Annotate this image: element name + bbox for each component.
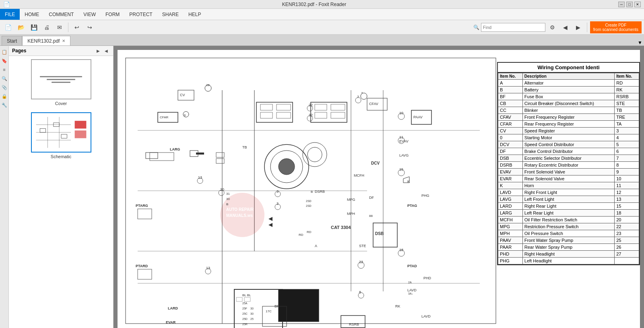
menu-protect[interactable]: PROTECT — [124, 9, 157, 20]
tab-start[interactable]: Start — [2, 36, 22, 45]
sidebar-icon-attach[interactable]: 📎 — [0, 83, 8, 91]
page-thumbnail-schematic[interactable]: Schematic — [31, 112, 91, 159]
table-row: PAAV Front Water Spray Pump 25 — [498, 237, 639, 244]
sidebar-icon-wrench[interactable]: 🔧 — [0, 101, 8, 109]
cell-item2: 8 — [615, 162, 639, 169]
svg-text:30: 30 — [250, 307, 254, 310]
svg-text:25C: 25C — [242, 312, 248, 315]
cover-line-2 — [47, 79, 75, 80]
cell-description: Left Headlight — [522, 258, 614, 264]
table-row: LARG Left Rear Light 18 — [498, 210, 639, 217]
search-input[interactable] — [481, 23, 545, 32]
save-button[interactable]: 💾 — [28, 22, 39, 33]
svg-text:RSRB: RSRB — [349, 322, 359, 326]
table-header-row: Item No. Description Item No. — [498, 73, 639, 80]
sidebar-expand-button[interactable]: ▶ — [95, 47, 102, 54]
cell-description: Restriction Pressure Switch — [522, 223, 614, 230]
create-pdf-button[interactable]: Create PDFfrom scanned documents — [590, 21, 642, 33]
col-description: Description — [522, 73, 614, 80]
svg-text:RD: RD — [299, 233, 303, 237]
new-button[interactable]: 📄 — [2, 22, 14, 33]
svg-text:3: 3 — [277, 202, 279, 206]
cell-description: Eccentric Selector Distributor — [522, 155, 614, 162]
svg-text:3: 3 — [277, 190, 279, 194]
cell-item: DSRB — [498, 162, 523, 169]
table-row: CV Speed Register 3 — [498, 128, 639, 134]
svg-text:DSB: DSB — [375, 231, 384, 236]
table-row: LARD Right Rear Light 15 — [498, 203, 639, 210]
cover-thumbnail-image — [31, 59, 91, 99]
table-row: EVAV Front Solenoid Valve 9 — [498, 169, 639, 175]
svg-text:DSRB: DSRB — [315, 190, 325, 194]
cell-item2: TB — [615, 107, 639, 114]
svg-text:2A: 2A — [408, 281, 412, 284]
print-button[interactable]: 🖨 — [41, 22, 52, 33]
sidebar-icon-search[interactable]: 🔍 — [0, 74, 8, 83]
menu-comment[interactable]: COMMENT — [44, 9, 78, 20]
sidebar-icon-bookmarks[interactable]: 🔖 — [0, 57, 8, 65]
tabbar: Start KENR1302.pdf ✕ ▼ — [0, 35, 644, 46]
svg-text:LAVD: LAVD — [421, 314, 431, 318]
sidebar-collapse-button[interactable]: ◀ — [103, 47, 110, 54]
page-thumbnail-cover[interactable]: Cover — [31, 59, 91, 106]
cell-item: CFAR — [498, 121, 523, 128]
cell-item: BF — [498, 93, 523, 100]
table-row: PHG Left Headlight — [498, 258, 639, 264]
cell-item2: TA — [615, 121, 639, 128]
close-tab-icon[interactable]: ✕ — [62, 39, 65, 43]
cell-item2: 6 — [615, 148, 639, 155]
table-row: DSRB Rotary Eccentric Distributor 8 — [498, 162, 639, 169]
cell-item2: 5 — [615, 141, 639, 148]
open-button[interactable]: 📂 — [15, 22, 27, 33]
menu-view[interactable]: VIEW — [78, 9, 101, 20]
cell-item2: TRE — [615, 114, 639, 121]
menu-file[interactable]: FILE — [0, 9, 20, 20]
email-button[interactable]: ✉ — [54, 22, 65, 33]
sidebar-icon-layers[interactable]: ≡ — [0, 66, 8, 74]
search-settings-button[interactable]: ⚙ — [547, 22, 558, 33]
svg-text:30: 30 — [226, 197, 230, 201]
sidebar-icon-thumbnail[interactable]: 📋 — [0, 48, 8, 56]
table-row: MPG Restriction Pressure Switch 22 — [498, 223, 639, 230]
cell-description: Front Solenoid Valve — [522, 169, 614, 175]
cell-item: LARD — [498, 203, 523, 210]
menu-home[interactable]: HOME — [20, 9, 44, 20]
cell-item2: 11 — [615, 182, 639, 189]
svg-text:TB: TB — [242, 145, 247, 149]
maximize-button[interactable]: □ — [626, 2, 633, 7]
undo-button[interactable]: ↩ — [71, 22, 83, 33]
next-result-button[interactable]: ▶ — [573, 22, 584, 33]
sidebar-icon-lock[interactable]: 🔒 — [0, 92, 8, 100]
cell-item2: 18 — [615, 210, 639, 217]
menu-form[interactable]: FORM — [101, 9, 124, 20]
cell-item2: 7 — [615, 155, 639, 162]
search-box: 🔍 ⚙ ◀ ▶ Create PDFfrom scanned documents — [473, 21, 642, 33]
cell-item2: 27 — [615, 251, 639, 258]
close-button[interactable]: ✕ — [634, 2, 641, 7]
svg-rect-130 — [196, 153, 204, 155]
cell-item2: 12 — [615, 189, 639, 196]
table-row: DF Brake Control Distributor 6 — [498, 148, 639, 155]
minimize-button[interactable]: ─ — [618, 2, 625, 7]
svg-rect-120 — [279, 289, 319, 322]
col-item-no-2: Item No. — [615, 73, 639, 80]
tab-pdf[interactable]: KENR1302.pdf ✕ — [22, 36, 70, 45]
svg-point-95 — [279, 159, 295, 175]
svg-text:MCFH: MCFH — [354, 173, 364, 177]
svg-text:LARD: LARD — [168, 306, 178, 310]
table-row: CC Blinker TB — [498, 107, 639, 114]
cell-description: Oil Pressure Switch — [522, 230, 614, 237]
cell-item: CC — [498, 107, 523, 114]
svg-text:88: 88 — [369, 214, 373, 218]
svg-text:BL  BL: BL BL — [242, 293, 251, 297]
menu-help[interactable]: HELP — [184, 9, 206, 20]
content-area[interactable]: CV 26 CFAR 6 LARG PTARG PTARD — [114, 46, 644, 328]
redo-button[interactable]: ↪ — [84, 22, 95, 33]
prev-result-button[interactable]: ◀ — [560, 22, 571, 33]
tab-dropdown-button[interactable]: ▼ — [638, 40, 642, 45]
menu-share[interactable]: SHARE — [157, 9, 184, 20]
table-row: LAVG Left Front Light 13 — [498, 196, 639, 203]
svg-rect-1 — [74, 121, 86, 128]
cell-description: Battery — [522, 87, 614, 93]
svg-text:31: 31 — [226, 192, 230, 196]
